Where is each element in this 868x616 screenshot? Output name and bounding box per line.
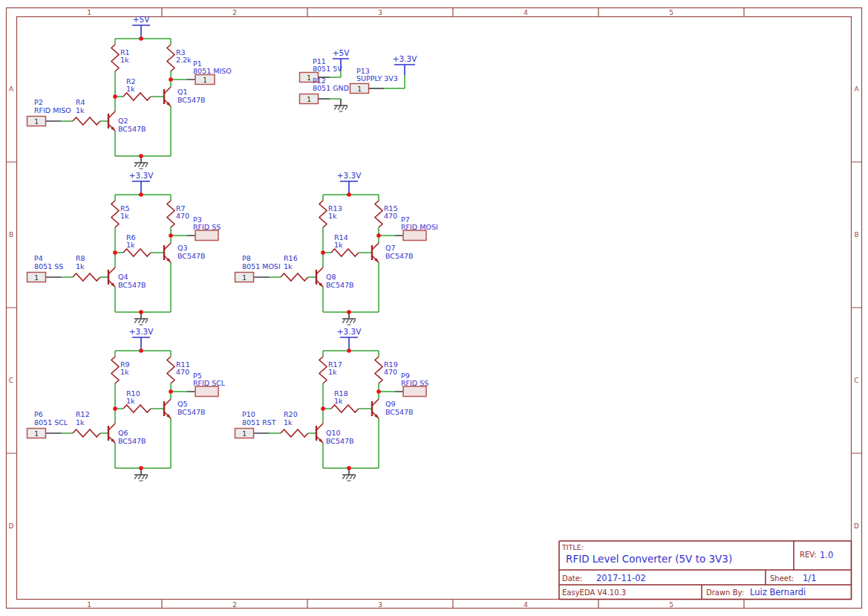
resistor-value-label: 470 — [176, 368, 189, 376]
connector-pin-number: 1 — [307, 74, 311, 82]
resistor-value-label: 1k — [76, 106, 85, 114]
resistor-value-label: 2.2k — [176, 56, 192, 64]
transistor-value-label: BC547B — [118, 125, 146, 133]
transistor-ref-label: Q7 — [385, 244, 396, 252]
transistor-ref-label: Q8 — [326, 273, 336, 281]
frame-row-label: B — [854, 231, 858, 239]
frame-col-label: 4 — [523, 9, 528, 16]
transistor-value-label: BC547B — [177, 96, 206, 104]
connector-pin-number: 1 — [307, 96, 311, 103]
connector-name-label: RFID SS — [193, 223, 221, 231]
connector-name-label: 8051 SS — [34, 262, 63, 270]
resistor-value-label: 1k — [120, 212, 129, 220]
connector-pin-number: 1 — [357, 85, 362, 93]
resistor-value-label: 470 — [384, 212, 397, 220]
transistor-ref-label: Q4 — [118, 273, 128, 281]
transistor-value-label: BC547B — [118, 281, 146, 289]
resistor-value-label: 1k — [334, 241, 343, 249]
resistor-value-label: 1k — [334, 397, 343, 405]
sheet-frame: 1 2 3 4 5 1 2 3 4 5 A B C D A B C D — [7, 8, 862, 609]
resistor-ref-label: R12 — [76, 410, 90, 418]
level-converter-cell-ss[interactable]: 1 +3.3V R5 1k R7 470 R6 1k R8 1k Q3 BC54… — [27, 171, 221, 325]
resistor-value-label: 470 — [384, 368, 397, 376]
resistor-value-label: 1k — [76, 262, 85, 270]
connector-name-label: 8051 5V — [313, 65, 342, 73]
date-label: Date: — [562, 574, 582, 583]
transistor-value-label: BC547B — [118, 437, 146, 445]
level-converter-cell-mosi[interactable]: 1 +3.3V R13 1k R15 470 R14 1k R16 1k Q7 … — [235, 171, 438, 325]
cell-circuit-graphics — [235, 337, 404, 481]
transistor-ref-label: Q2 — [118, 117, 128, 125]
connector-name-label: RFID SS — [401, 379, 428, 387]
connector-ref-label: P2 — [34, 98, 43, 106]
title-block: TITLE: RFID Level Converter (5V to 3V3) … — [559, 541, 852, 600]
frame-col-label: 5 — [669, 9, 673, 16]
resistor-value-label: 1k — [76, 418, 85, 427]
power-port-p13[interactable]: P13 SUPPLY 3V3 1 +3.3V — [350, 54, 418, 94]
resistor-ref-label: R4 — [76, 98, 85, 106]
schematic-canvas: 1 2 3 4 5 1 2 3 4 5 A B C D A B C D 1 1 … — [0, 0, 868, 616]
transistor-ref-label: Q3 — [177, 244, 188, 252]
connector-pin-number: 1 — [34, 118, 39, 126]
net-flag-label: +3.3V — [337, 171, 362, 180]
frame-col-label: 2 — [232, 601, 237, 609]
cell-circuit-graphics — [235, 181, 404, 325]
frame-row-label: D — [9, 522, 14, 530]
connector-pin-number: 1 — [34, 430, 39, 438]
resistor-value-label: 1k — [126, 397, 135, 405]
connector-pin-box[interactable] — [195, 230, 218, 241]
transistor-ref-label: Q1 — [177, 88, 188, 96]
tool-version: EasyEDA V4.10.3 — [562, 589, 626, 597]
transistor-value-label: BC547B — [326, 437, 354, 445]
frame-col-label: 1 — [87, 9, 91, 16]
cell-circuit-graphics — [27, 181, 196, 325]
connector-pin-box[interactable] — [403, 230, 426, 241]
connector-name-label: 8051 MOSI — [242, 262, 281, 270]
drawn-by-value[interactable]: Luiz Bernardi — [750, 587, 806, 597]
frame-row-label: B — [9, 231, 13, 239]
resistor-value-label: 1k — [126, 85, 135, 93]
transistor-ref-label: Q9 — [385, 400, 396, 408]
resistor-value-label: 1k — [126, 241, 135, 249]
sheet-value[interactable]: 1/1 — [803, 573, 817, 583]
connector-pin-number: 1 — [242, 430, 247, 438]
frame-col-label: 2 — [232, 9, 237, 16]
transistor-value-label: BC547B — [385, 408, 414, 416]
frame-col-label: 1 — [87, 601, 91, 609]
frame-row-label: A — [854, 85, 859, 93]
resistor-ref-label: R16 — [284, 254, 298, 262]
connector-pin-number: 1 — [203, 77, 207, 84]
title-text[interactable]: RFID Level Converter (5V to 3V3) — [566, 553, 732, 565]
resistor-value-label: 1k — [284, 262, 293, 270]
date-value[interactable]: 2017-11-02 — [596, 573, 646, 583]
resistor-value-label: 1k — [328, 368, 337, 376]
connector-name-label: RFID MOSI — [401, 223, 438, 231]
resistor-ref-label: R8 — [76, 254, 85, 262]
net-flag-label: +3.3V — [337, 327, 362, 336]
cell-circuit-graphics — [27, 337, 196, 481]
connector-name-label: 8051 MISO — [193, 67, 232, 75]
rev-label: REV: — [800, 551, 817, 559]
resistor-ref-label: R20 — [284, 410, 298, 418]
net-flag-label: +5V — [333, 48, 350, 57]
connector-pin-box[interactable] — [195, 386, 218, 397]
connector-name-label: 8051 SCL — [34, 418, 68, 427]
net-flag-label: +3.3V — [129, 327, 154, 336]
ground-symbol — [334, 99, 347, 111]
connector-pin-number: 1 — [242, 274, 247, 282]
frame-col-label: 4 — [523, 601, 528, 609]
transistor-ref-label: Q5 — [177, 400, 188, 408]
rev-value[interactable]: 1.0 — [820, 550, 833, 560]
resistor-value-label: 1k — [120, 368, 129, 376]
net-flag-label: +3.3V — [129, 171, 154, 180]
frame-row-label: C — [9, 377, 13, 384]
transistor-value-label: BC547B — [326, 281, 354, 289]
level-converter-cell-miso[interactable]: 1 1 +5V R1 1k R3 2.2k R2 1k R4 1k Q1 BC5… — [27, 15, 232, 169]
level-converter-cell-scl[interactable]: 1 +3.3V R9 1k R11 470 R10 1k R12 1k Q5 B… — [27, 327, 226, 481]
level-converter-cell-rst[interactable]: 1 +3.3V R17 1k R19 470 R18 1k R20 1k Q9 … — [235, 327, 429, 481]
net-flag-label: +3.3V — [393, 54, 417, 63]
connector-name-label: 8051 GND — [313, 84, 349, 92]
frame-col-label: 3 — [378, 9, 382, 16]
connector-pin-box[interactable] — [403, 386, 426, 397]
transistor-value-label: BC547B — [177, 408, 206, 416]
